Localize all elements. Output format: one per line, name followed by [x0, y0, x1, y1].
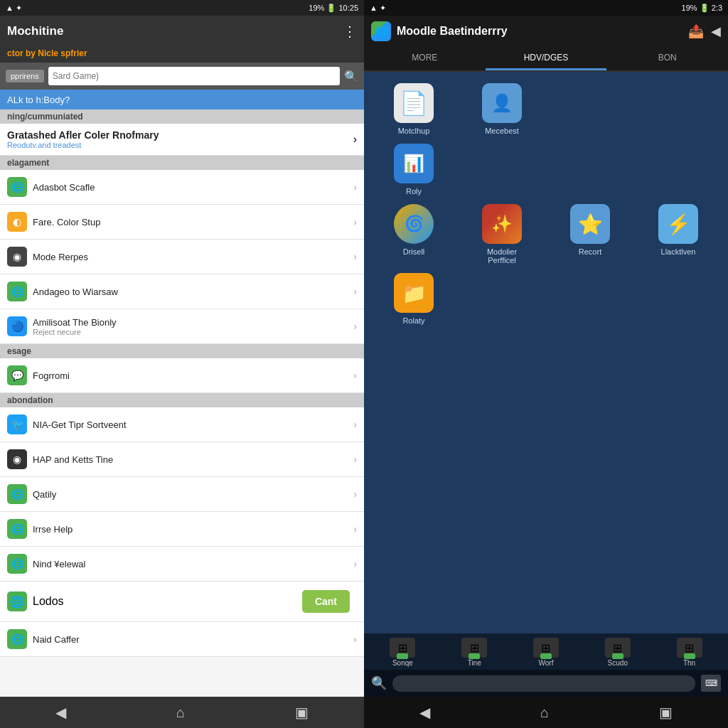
- list-item[interactable]: 🔵 Amilisoat The Bionly Reject necure ›: [0, 309, 364, 344]
- list-item[interactable]: 🌐 Irrse Help ›: [0, 512, 364, 547]
- search-input[interactable]: [48, 67, 340, 85]
- tab-hdvdges[interactable]: HDV/DGES: [486, 47, 607, 70]
- section-header-3: esage: [0, 344, 364, 358]
- app-label-llacktlven: Llacktlven: [661, 247, 696, 256]
- item-icon: 🌐: [7, 282, 27, 301]
- list-item[interactable]: ◉ Mode Rerpes ›: [0, 240, 364, 274]
- app-motclhup[interactable]: 📄 Motclhup: [373, 83, 455, 135]
- bottom-search-bar: 🔍 ⌨: [364, 670, 728, 697]
- back-icon[interactable]: ◀: [711, 23, 721, 39]
- app-label-modolier: Modolier Perfficel: [487, 247, 517, 264]
- recents-button[interactable]: ▣: [295, 704, 309, 721]
- list-item[interactable]: 🌐 Adasbot Scafle ›: [0, 170, 364, 205]
- bottom-search-input[interactable]: [392, 675, 695, 692]
- item-icon: 🌐: [7, 484, 27, 504]
- app-icon-llacktlven: ⚡: [658, 204, 698, 244]
- item-text: NIA-Get Tipr Sortveent: [33, 419, 127, 430]
- item-icon: 🌐: [7, 519, 27, 539]
- left-panel: ▲ ✦ 19% 🔋 10:25 Mochitine ⋮ ctor by Nicl…: [0, 0, 364, 728]
- section-header-2: elagament: [0, 156, 364, 170]
- chevron-icon: ›: [353, 216, 357, 228]
- left-header: Mochitine ⋮: [0, 16, 364, 47]
- item-text: Nind ¥elewal: [33, 559, 85, 569]
- home-button[interactable]: ⌂: [176, 705, 185, 721]
- item-text: Fogrromi: [33, 370, 70, 381]
- item-icon: ◉: [7, 247, 27, 267]
- status-right-time: 19% 🔋 2:3: [682, 4, 722, 13]
- back-button-right[interactable]: ◀: [419, 704, 430, 721]
- item-text: HAP and Ketts Tine: [33, 454, 113, 465]
- left-search-bar: pprirens 🔍: [0, 63, 364, 90]
- app-icon-mecebest: 👤: [482, 83, 522, 123]
- share-icon[interactable]: 📤: [688, 23, 704, 39]
- chevron-icon: ›: [353, 523, 357, 535]
- dock-thn[interactable]: ⊞ Thn: [677, 638, 702, 667]
- list-item[interactable]: 🌐 Nind ¥elewal ›: [0, 547, 364, 582]
- app-mecebest[interactable]: 👤 Mecebest: [461, 83, 543, 135]
- list-item[interactable]: 🌐 Naid Caffer ›: [0, 622, 364, 657]
- status-bar-left: ▲ ✦ 19% 🔋 10:25: [0, 0, 364, 16]
- home-button-right[interactable]: ⌂: [540, 705, 549, 721]
- keyboard-icon[interactable]: ⌨: [701, 675, 721, 692]
- dock-label-tine: Tine: [468, 659, 481, 667]
- status-right-icons: ▲ ✦: [370, 4, 386, 13]
- tab-more[interactable]: MORE: [364, 47, 486, 70]
- chevron-icon: ›: [353, 370, 357, 381]
- chevron-icon: ›: [353, 321, 357, 332]
- chevron-icon: ›: [353, 488, 357, 500]
- list-item[interactable]: 🌐 Qatily ›: [0, 477, 364, 512]
- item-icon: 🌐: [7, 629, 27, 649]
- app-icon-motclhup: 📄: [394, 83, 434, 123]
- item-text: Lodos: [33, 595, 64, 608]
- app-icon-rolaty: 📁: [394, 273, 434, 313]
- app-roly[interactable]: 📊 Roly: [373, 144, 455, 196]
- app-icon-recort: ⭐: [570, 204, 610, 244]
- tab-bon[interactable]: BON: [606, 47, 728, 70]
- status-left-icons: ▲ ✦: [6, 4, 22, 13]
- lodos-item[interactable]: 🌐 Lodos Cant: [0, 582, 364, 622]
- search-icon[interactable]: 🔍: [344, 70, 358, 83]
- chevron-icon: ›: [353, 454, 357, 465]
- app-logo: 🌐: [371, 21, 391, 41]
- dock-tine[interactable]: ⊞ Tine: [461, 638, 487, 667]
- app-recort[interactable]: ⭐ Recort: [549, 204, 631, 264]
- back-button[interactable]: ◀: [55, 704, 66, 721]
- app-rolaty[interactable]: 📁 Rolaty: [373, 273, 455, 325]
- list-item[interactable]: ◐ Fare. Color Stup ›: [0, 205, 364, 240]
- list-item[interactable]: 💬 Fogrromi ›: [0, 358, 364, 393]
- recents-button-right[interactable]: ▣: [659, 704, 673, 721]
- app-modolier[interactable]: ✨ Modolier Perfficel: [461, 204, 543, 264]
- cant-button[interactable]: Cant: [302, 590, 350, 613]
- list-item[interactable]: ◉ HAP and Ketts Tine ›: [0, 442, 364, 477]
- item-text: Naid Caffer: [33, 634, 80, 645]
- search-tab[interactable]: pprirens: [6, 70, 44, 82]
- menu-icon[interactable]: ⋮: [343, 23, 357, 40]
- dock-label-worf: Worf: [539, 659, 554, 667]
- dock-sonqe[interactable]: ⊞ Sonqe: [390, 638, 415, 667]
- status-right: 19% 🔋 10:25: [309, 4, 358, 13]
- app-label-roly: Roly: [406, 187, 422, 196]
- item-text: Fare. Color Stup: [33, 217, 100, 228]
- search-icon-right: 🔍: [371, 675, 387, 691]
- app-icon-modolier: ✨: [482, 204, 522, 244]
- featured-item[interactable]: Gratashed Afler Coler Rnofmary Reodutv.a…: [0, 124, 364, 156]
- item-icon: 💬: [7, 365, 27, 385]
- app-label-recort: Recort: [579, 247, 601, 256]
- blue-banner: ALk to h:Body?: [0, 90, 364, 109]
- app-llacktlven[interactable]: ⚡ Llacktlven: [637, 204, 719, 264]
- right-app-title: Moodle Baetinderrry: [397, 25, 682, 38]
- app-icon-roly: 📊: [394, 144, 434, 183]
- item-icon: ◐: [7, 212, 27, 232]
- chevron-icon: ›: [353, 181, 357, 193]
- item-icon: ◉: [7, 449, 27, 469]
- dock-label-sonqe: Sonqe: [392, 659, 413, 667]
- app-drisell[interactable]: 🌀 Drisell: [373, 204, 455, 264]
- dock-scudo[interactable]: ⊞ Scudo: [605, 638, 631, 667]
- item-icon: 🔵: [7, 316, 27, 336]
- left-app-title: Mochitine: [7, 24, 63, 38]
- chevron-icon: ›: [353, 286, 357, 297]
- list-item[interactable]: 🐦 NIA-Get Tipr Sortveent ›: [0, 407, 364, 442]
- chevron-icon: ›: [353, 251, 357, 262]
- dock-worf[interactable]: ⊞ Worf: [533, 638, 559, 667]
- list-item[interactable]: 🌐 Andageo to Wiarsaw ›: [0, 274, 364, 309]
